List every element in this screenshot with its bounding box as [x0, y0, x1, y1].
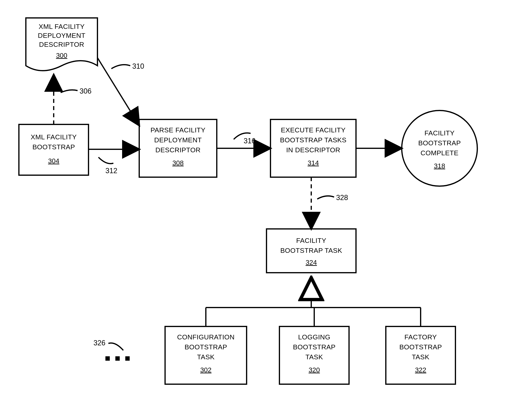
svg-rect-8: [105, 356, 110, 361]
callout-328: 328: [336, 194, 348, 202]
node-324-line1: FACILITY: [296, 237, 326, 244]
leader-328: [317, 196, 334, 199]
svg-rect-10: [125, 356, 130, 361]
node-308-line2: DEPLOYMENT: [154, 136, 202, 144]
node-322-line1: FACTORY: [404, 333, 437, 341]
node-308-line1: PARSE FACILITY: [151, 126, 206, 134]
node-302-line2: BOOTSTRAP: [185, 343, 227, 351]
leader-312: [99, 157, 113, 164]
node-xml-deployment-descriptor: XML FACILITY DEPLOYMENT DESCRIPTOR 300: [26, 18, 98, 71]
node-322-line3: TASK: [412, 353, 429, 361]
callout-312: 312: [105, 167, 117, 175]
callout-316: 316: [244, 137, 256, 145]
node-300-ref: 300: [56, 52, 67, 59]
node-318-ref: 318: [434, 162, 445, 170]
node-324-ref: 324: [306, 259, 317, 266]
node-300-line3: DESCRIPTOR: [39, 41, 84, 48]
node-302-line1: CONFIGURATION: [177, 333, 234, 341]
flow-diagram: XML FACILITY DEPLOYMENT DESCRIPTOR 300 X…: [0, 0, 532, 420]
node-302-line3: TASK: [197, 353, 215, 361]
node-304-line2: BOOTSTRAP: [32, 143, 75, 151]
node-300-line1: XML FACILITY: [39, 23, 85, 30]
node-304-ref: 304: [48, 157, 59, 165]
node-314-line1: EXECUTE FACILITY: [281, 126, 345, 134]
node-302-ref: 302: [200, 366, 212, 374]
node-308-ref: 308: [173, 159, 184, 167]
node-322-ref: 322: [415, 366, 426, 374]
node-320-ref: 320: [309, 366, 320, 374]
node-parse-facility-deployment-descriptor: PARSE FACILITY DEPLOYMENT DESCRIPTOR 308: [139, 120, 217, 177]
node-facility-bootstrap-complete: FACILITY BOOTSTRAP COMPLETE 318: [402, 110, 477, 186]
node-308-line3: DESCRIPTOR: [155, 146, 201, 154]
node-314-line2: BOOTSTRAP TASKS: [280, 136, 346, 144]
node-factory-bootstrap-task: FACTORY BOOTSTRAP TASK 322: [386, 327, 455, 384]
callout-326: 326: [93, 339, 105, 347]
node-322-line2: BOOTSTRAP: [399, 343, 442, 351]
node-320-line1: LOGGING: [298, 333, 330, 341]
node-logging-bootstrap-task: LOGGING BOOTSTRAP TASK 320: [279, 327, 349, 384]
node-304-line1: XML FACILITY: [31, 133, 77, 141]
node-configuration-bootstrap-task: CONFIGURATION BOOTSTRAP TASK 302: [165, 327, 247, 384]
node-facility-bootstrap-task: FACILITY BOOTSTRAP TASK 324: [267, 229, 356, 273]
node-320-line2: BOOTSTRAP: [293, 343, 335, 351]
node-318-line2: BOOTSTRAP: [418, 139, 461, 147]
node-execute-facility-bootstrap-tasks: EXECUTE FACILITY BOOTSTRAP TASKS IN DESC…: [271, 120, 356, 177]
node-300-line2: DEPLOYMENT: [38, 32, 85, 39]
svg-point-3: [402, 110, 477, 186]
node-318-line3: COMPLETE: [420, 149, 459, 157]
callout-306: 306: [80, 87, 91, 95]
more-indicator-326: 326: [93, 339, 130, 361]
leader-310: [111, 65, 130, 69]
node-318-line1: FACILITY: [424, 129, 454, 137]
node-xml-facility-bootstrap: XML FACILITY BOOTSTRAP 304: [19, 124, 88, 175]
svg-rect-9: [115, 356, 120, 361]
node-314-line3: IN DESCRIPTOR: [286, 146, 340, 154]
node-324-line2: BOOTSTRAP TASK: [280, 247, 342, 254]
node-320-line3: TASK: [305, 353, 323, 361]
node-314-ref: 314: [308, 159, 319, 167]
leader-306: [61, 90, 78, 92]
callout-310: 310: [132, 62, 144, 70]
